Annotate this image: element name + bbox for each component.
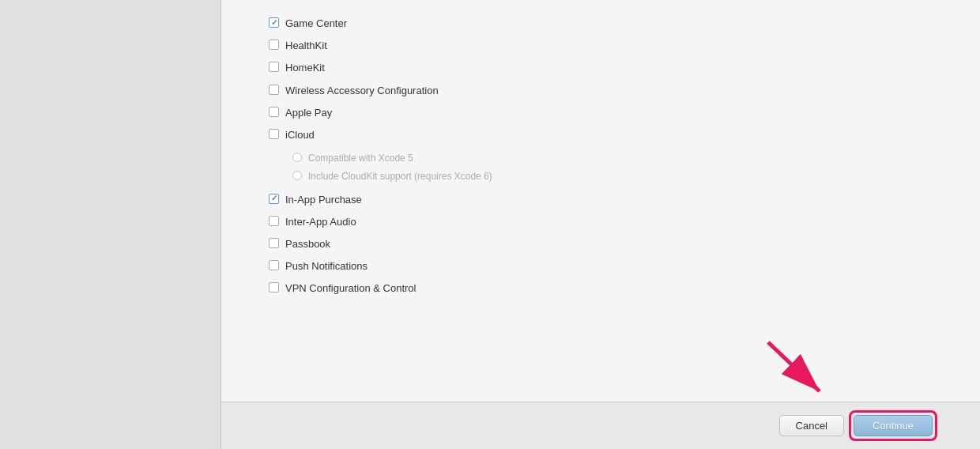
passbook-label[interactable]: Passbook xyxy=(285,237,330,251)
list-item: Push Notifications xyxy=(269,255,933,277)
sub-item: Compatible with Xcode 5 xyxy=(292,149,933,168)
list-item: Wireless Accessory Configuration xyxy=(269,80,933,102)
game-center-checkbox[interactable] xyxy=(269,17,279,28)
cloudkit-radio[interactable] xyxy=(292,171,302,180)
xcode5-radio[interactable] xyxy=(292,153,302,162)
list-item: Inter-App Audio xyxy=(269,211,933,233)
list-item: Passbook xyxy=(269,233,933,255)
wireless-accessory-checkbox[interactable] xyxy=(269,85,279,95)
healthkit-label[interactable]: HealthKit xyxy=(285,39,327,53)
push-notifications-label[interactable]: Push Notifications xyxy=(285,259,368,274)
homekit-checkbox[interactable] xyxy=(269,62,279,72)
list-item: HealthKit xyxy=(269,35,933,57)
icloud-checkbox[interactable] xyxy=(269,129,279,139)
list-item: Apple Pay xyxy=(269,102,933,124)
passbook-checkbox[interactable] xyxy=(269,238,279,248)
xcode5-label: Compatible with Xcode 5 xyxy=(308,152,413,165)
healthkit-checkbox[interactable] xyxy=(269,40,279,50)
cloudkit-label: Include CloudKit support (requires Xcode… xyxy=(308,170,492,183)
list-item: Game Center xyxy=(269,13,933,35)
sub-item: Include CloudKit support (requires Xcode… xyxy=(292,168,933,186)
list-item: VPN Configuration & Control xyxy=(269,277,933,300)
inter-app-audio-label[interactable]: Inter-App Audio xyxy=(285,215,356,229)
icloud-label[interactable]: iCloud xyxy=(285,128,315,142)
inter-app-audio-checkbox[interactable] xyxy=(269,216,279,226)
in-app-purchase-label[interactable]: In-App Purchase xyxy=(285,193,362,207)
list-item: iCloud xyxy=(269,124,933,146)
icloud-suboptions: Compatible with Xcode 5 Include CloudKit… xyxy=(269,146,933,189)
push-notifications-checkbox[interactable] xyxy=(269,260,279,270)
apple-pay-label[interactable]: Apple Pay xyxy=(285,106,332,120)
main-content: Game Center HealthKit HomeKit Wireless A… xyxy=(221,0,980,449)
vpn-config-label[interactable]: VPN Configuration & Control xyxy=(285,281,416,296)
continue-button[interactable]: Continue xyxy=(854,415,933,436)
list-item: In-App Purchase xyxy=(269,189,933,211)
apple-pay-checkbox[interactable] xyxy=(269,107,279,117)
cancel-button[interactable]: Cancel xyxy=(779,415,844,436)
vpn-config-checkbox[interactable] xyxy=(269,282,279,292)
capabilities-list: Game Center HealthKit HomeKit Wireless A… xyxy=(269,13,933,300)
homekit-label[interactable]: HomeKit xyxy=(285,61,325,75)
scroll-area: Game Center HealthKit HomeKit Wireless A… xyxy=(221,0,980,402)
list-item: HomeKit xyxy=(269,57,933,79)
continue-button-wrapper: Continue xyxy=(854,415,933,436)
game-center-label[interactable]: Game Center xyxy=(285,17,347,31)
in-app-purchase-checkbox[interactable] xyxy=(269,194,279,204)
icloud-suboptions-item: Compatible with Xcode 5 Include CloudKit… xyxy=(269,146,933,189)
wireless-accessory-label[interactable]: Wireless Accessory Configuration xyxy=(285,84,439,98)
footer: Cancel Continue xyxy=(221,402,980,449)
sidebar xyxy=(0,0,221,449)
